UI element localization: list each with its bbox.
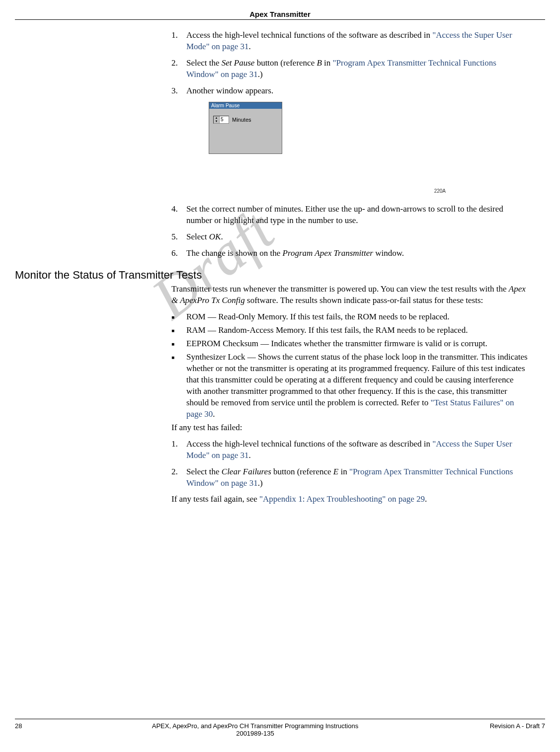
header-rule bbox=[15, 19, 545, 20]
figure: Alarm Pause ▲▼ 5 Minutes 220A bbox=[191, 102, 530, 199]
step-number: 1. bbox=[171, 439, 186, 461]
step-list-b: 4. Set the correct number of minutes. Ei… bbox=[171, 204, 530, 259]
step-item: 4. Set the correct number of minutes. Ei… bbox=[171, 204, 530, 226]
cross-reference[interactable]: "Appendix 1: Apex Troubleshooting" on pa… bbox=[259, 494, 425, 504]
intro-paragraph: Transmitter tests run whenever the trans… bbox=[171, 284, 530, 306]
page-number: 28 bbox=[15, 722, 45, 737]
step-number: 3. bbox=[171, 85, 186, 97]
alarm-pause-dialog: Alarm Pause ▲▼ 5 Minutes bbox=[209, 102, 282, 154]
step-number: 5. bbox=[171, 231, 186, 243]
step-item: 5. Select OK. bbox=[171, 231, 530, 243]
page-footer: 28 APEX, ApexPro, and ApexPro CH Transmi… bbox=[15, 719, 545, 737]
square-bullet-icon: ■ bbox=[171, 352, 186, 420]
square-bullet-icon: ■ bbox=[171, 325, 186, 336]
step-body: Select the Set Pause button (reference B… bbox=[186, 58, 530, 80]
step-number: 2. bbox=[171, 466, 186, 489]
step-item: 3. Another window appears. bbox=[171, 85, 530, 97]
revision-label: Revision A - Draft 7 bbox=[466, 722, 545, 737]
footer-center: APEX, ApexPro, and ApexPro CH Transmitte… bbox=[45, 722, 466, 737]
list-item: ■EEPROM Checksum — Indicates whether the… bbox=[171, 338, 530, 350]
square-bullet-icon: ■ bbox=[171, 338, 186, 350]
minutes-spinner[interactable]: ▲▼ 5 bbox=[213, 116, 229, 124]
step-number: 1. bbox=[171, 30, 186, 53]
up-arrow-icon[interactable]: ▲ bbox=[214, 116, 219, 120]
test-list: ■ROM — Read-Only Memory. If this test fa… bbox=[171, 311, 530, 420]
step-body: The change is shown on the Program Apex … bbox=[186, 248, 530, 259]
step-body: Select OK. bbox=[186, 231, 530, 243]
step-list-c: 1. Access the high-level technical funct… bbox=[171, 439, 530, 489]
list-item: ■ROM — Read-Only Memory. If this test fa… bbox=[171, 311, 530, 323]
step-number: 2. bbox=[171, 58, 186, 80]
step-body: Access the high-level technical function… bbox=[186, 30, 530, 53]
step-body: Access the high-level technical function… bbox=[186, 439, 530, 461]
step-item: 1. Access the high-level technical funct… bbox=[171, 30, 530, 53]
step-body: Set the correct number of minutes. Eithe… bbox=[186, 204, 530, 226]
page-header-title: Apex Transmitter bbox=[0, 0, 560, 19]
step-item: 2. Select the Clear Failures button (ref… bbox=[171, 466, 530, 489]
step-body: Select the Clear Failures button (refere… bbox=[186, 466, 530, 489]
step-item: 1. Access the high-level technical funct… bbox=[171, 439, 530, 461]
section-heading: Monitor the Status of Transmitter Tests bbox=[15, 269, 560, 282]
step-list-a: 1. Access the high-level technical funct… bbox=[171, 30, 530, 97]
final-paragraph: If any tests fail again, see "Appendix 1… bbox=[171, 494, 530, 505]
failed-intro: If any test has failed: bbox=[171, 422, 530, 434]
list-item: ■ Synthesizer Lock — Shows the current s… bbox=[171, 352, 530, 420]
spinner-arrows[interactable]: ▲▼ bbox=[214, 116, 220, 123]
square-bullet-icon: ■ bbox=[171, 311, 186, 323]
list-item: ■RAM — Random-Access Memory. If this tes… bbox=[171, 325, 530, 336]
down-arrow-icon[interactable]: ▼ bbox=[214, 120, 219, 123]
spinner-value[interactable]: 5 bbox=[220, 116, 229, 123]
step-number: 4. bbox=[171, 204, 186, 226]
units-label: Minutes bbox=[232, 117, 251, 123]
step-number: 6. bbox=[171, 248, 186, 259]
figure-code: 220A bbox=[434, 188, 446, 194]
step-item: 6. The change is shown on the Program Ap… bbox=[171, 248, 530, 259]
dialog-title: Alarm Pause bbox=[209, 102, 282, 109]
step-body: Another window appears. bbox=[186, 85, 530, 97]
step-item: 2. Select the Set Pause button (referenc… bbox=[171, 58, 530, 80]
